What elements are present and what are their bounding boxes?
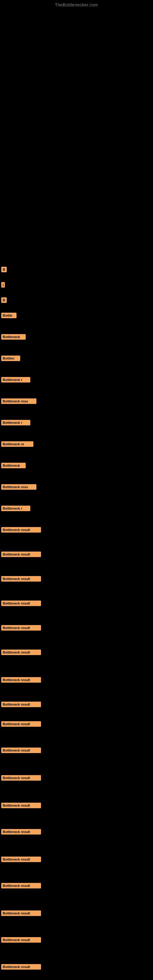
bottleneck-label: Bottleneck re (1, 441, 33, 447)
bottleneck-label: B (1, 298, 7, 303)
bottleneck-label-row: Bottleneck result (0, 747, 41, 753)
bottleneck-label-row: Bottleneck result (0, 600, 41, 606)
bottleneck-label-row: Bottleneck result (0, 910, 41, 916)
bottleneck-label-row: Bottleneck r (0, 420, 30, 425)
page-wrapper: TheBottlenecker.com B|BBottleBottleneckB… (0, 0, 153, 980)
bottleneck-label-row: Bottleneck r (0, 377, 30, 382)
bottleneck-label-row: Bottleneck resu (0, 484, 37, 490)
bottleneck-label: Bottleneck r (1, 506, 30, 511)
bottleneck-label: Bottleneck result (1, 625, 41, 630)
bottleneck-label-row: Bottleneck result (0, 856, 41, 862)
bottleneck-label: Bottleneck result (1, 552, 41, 557)
bottleneck-label: Bottleneck result (1, 527, 41, 533)
bottleneck-label-row: Bottle (0, 312, 16, 318)
main-visualization (0, 7, 153, 258)
bottleneck-label-row: Bottleneck result (0, 527, 41, 533)
bottleneck-label-row: Bottleneck result (0, 576, 41, 582)
bottleneck-label: Bottleneck result (1, 857, 41, 862)
bottleneck-label-row: Bottleneck result (0, 625, 41, 630)
bottleneck-label: Bottleneck result (1, 677, 41, 682)
bottleneck-label: Bottleneck result (1, 748, 41, 753)
bottleneck-label-row: Bottleneck re (0, 441, 33, 447)
bottleneck-label-row: Bottleneck resu (0, 398, 37, 404)
bottleneck-label-row: Bottleneck result (0, 937, 41, 943)
bottleneck-label-row: Bottleneck result (0, 829, 41, 835)
bottleneck-label: Bottleneck result (1, 829, 41, 835)
bottleneck-label: Bottleneck result (1, 937, 41, 943)
bottleneck-label-row: | (0, 282, 5, 288)
bottleneck-label: Bottle (1, 313, 16, 318)
bottleneck-label-row: Bottleneck (0, 334, 26, 340)
bottleneck-label-row: Bottlen (0, 355, 20, 361)
bottleneck-label: Bottleneck result (1, 649, 41, 655)
bottleneck-label: Bottleneck result (1, 702, 41, 707)
bottleneck-label-row: Bottleneck result (0, 677, 41, 682)
bottleneck-label-row: Bottleneck result (0, 802, 41, 808)
bottleneck-label: B (1, 267, 7, 272)
bottleneck-label: Bottleneck (1, 463, 26, 468)
bottleneck-label-row: B (0, 266, 7, 272)
bottleneck-label: Bottleneck (1, 334, 26, 340)
bottleneck-label: Bottleneck r (1, 420, 30, 425)
bottleneck-label-row: Bottleneck result (0, 551, 41, 557)
bottleneck-label-row: Bottleneck result (0, 964, 41, 970)
bottleneck-label: Bottleneck result (1, 803, 41, 808)
bottleneck-label: Bottlen (1, 356, 20, 361)
bottleneck-label: Bottleneck result (1, 775, 41, 781)
bottleneck-label: Bottleneck resu (1, 484, 37, 490)
bottleneck-label-row: Bottleneck result (0, 775, 41, 781)
bottleneck-label: Bottleneck result (1, 964, 41, 970)
site-title: TheBottlenecker.com (0, 0, 153, 7)
bottleneck-label: | (1, 282, 5, 288)
bottleneck-label-row: B (0, 297, 7, 303)
bottleneck-label-row: Bottleneck r (0, 505, 30, 511)
bottleneck-label: Bottleneck resu (1, 398, 37, 404)
bottleneck-label: Bottleneck result (1, 721, 41, 727)
bottleneck-label-row: Bottleneck result (0, 883, 41, 888)
bottleneck-label: Bottleneck result (1, 576, 41, 582)
bottleneck-label-row: Bottleneck (0, 463, 26, 468)
bottleneck-label-row: Bottleneck result (0, 649, 41, 655)
bottleneck-label: Bottleneck result (1, 883, 41, 888)
bottleneck-label-row: Bottleneck result (0, 701, 41, 707)
bottleneck-label: Bottleneck result (1, 910, 41, 916)
bottleneck-label: Bottleneck r (1, 377, 30, 382)
bottleneck-label-row: Bottleneck result (0, 721, 41, 727)
bottleneck-label: Bottleneck result (1, 601, 41, 606)
